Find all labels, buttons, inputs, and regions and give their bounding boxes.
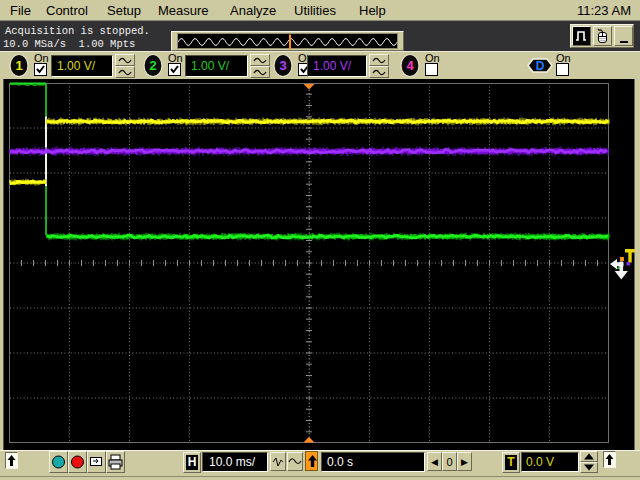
svg-text:1: 1 xyxy=(15,58,22,73)
svg-text:D: D xyxy=(536,59,545,73)
svg-text:2: 2 xyxy=(149,58,156,73)
svg-text:3: 3 xyxy=(279,58,286,73)
svg-text:4: 4 xyxy=(406,58,414,73)
